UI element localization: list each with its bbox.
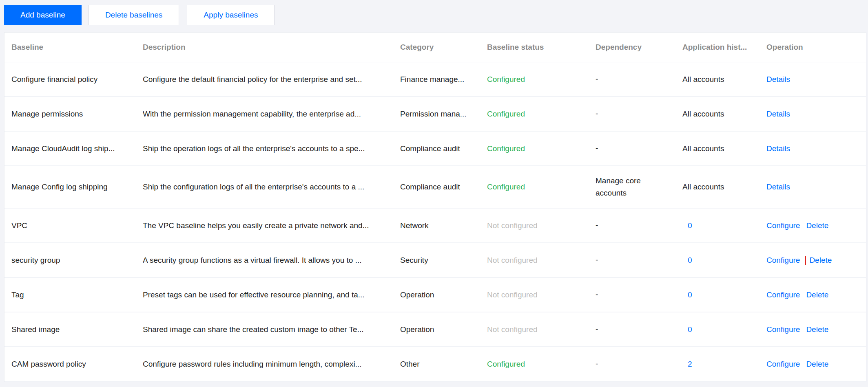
dependency-value: - — [596, 142, 598, 154]
apply-baselines-button[interactable]: Apply baselines — [187, 5, 275, 25]
dependency-value: - — [596, 254, 598, 266]
status-badge: Configured — [487, 110, 525, 118]
baseline-description: Shared image can share the created custo… — [143, 325, 400, 334]
status-badge: Configured — [487, 144, 525, 153]
baseline-name: security group — [11, 256, 143, 265]
delete-link[interactable]: Delete — [806, 360, 828, 368]
application-history-value: All accounts — [682, 110, 724, 118]
application-history-cell: 0 — [682, 221, 766, 230]
baseline-description: Configure the default financial policy f… — [143, 75, 400, 84]
baseline-name: Manage CloudAudit log ship... — [11, 144, 143, 153]
application-history-link[interactable]: 0 — [688, 290, 692, 299]
application-history-link[interactable]: 0 — [688, 325, 692, 334]
baseline-category: Other — [400, 360, 487, 369]
baseline-name: Manage permissions — [11, 110, 143, 119]
dependency-value: - — [596, 323, 598, 335]
configure-link[interactable]: Configure — [766, 290, 800, 299]
details-link[interactable]: Details — [766, 183, 790, 191]
operation-cell: ConfigureDelete — [766, 360, 866, 369]
details-link[interactable]: Details — [766, 75, 790, 84]
dependency-value: Manage core accounts — [596, 175, 657, 200]
baseline-category: Security — [400, 256, 487, 265]
application-history-cell: 0 — [682, 325, 766, 334]
column-header-application-history: Application hist... — [682, 43, 766, 52]
application-history-cell: 0 — [682, 256, 766, 265]
application-history-link[interactable]: 0 — [688, 256, 692, 264]
application-history-link[interactable]: 0 — [688, 221, 692, 230]
delete-link[interactable]: Delete — [809, 256, 832, 264]
configure-link[interactable]: Configure — [766, 221, 800, 230]
baseline-description: The VPC baseline helps you easily create… — [143, 221, 400, 230]
dependency-value: - — [596, 108, 598, 120]
column-header-baseline-status: Baseline status — [487, 43, 596, 52]
baseline-description: Preset tags can be used for effective re… — [143, 290, 400, 299]
baseline-category: Finance manage... — [400, 75, 487, 84]
dependency-value: - — [596, 73, 598, 85]
operation-cell: ConfigureDelete — [766, 325, 866, 334]
baseline-name: CAM password policy — [11, 360, 143, 369]
application-history-value: All accounts — [682, 144, 724, 153]
application-history-cell: 0 — [682, 290, 766, 299]
baseline-name: Manage Config log shipping — [11, 183, 143, 191]
status-badge: Configured — [487, 75, 525, 84]
operation-cell: ConfigureDelete — [766, 256, 866, 265]
baseline-name: Tag — [11, 290, 143, 299]
table-row: VPC The VPC baseline helps you easily cr… — [4, 209, 866, 243]
application-history-cell: 2 — [682, 360, 766, 369]
status-badge: Not configured — [487, 325, 538, 334]
dependency-value: - — [596, 358, 598, 370]
delete-baselines-button[interactable]: Delete baselines — [89, 5, 179, 25]
baseline-description: Ship the operation logs of all the enter… — [143, 144, 400, 153]
details-link[interactable]: Details — [766, 110, 790, 118]
table-row: Tag Preset tags can be used for effectiv… — [4, 278, 866, 312]
operation-cell: Details — [766, 144, 866, 153]
add-baseline-button[interactable]: Add baseline — [4, 5, 82, 25]
column-header-baseline: Baseline — [11, 43, 143, 52]
baseline-table: Baseline Description Category Baseline s… — [4, 32, 866, 382]
operation-cell: ConfigureDelete — [766, 290, 866, 299]
baseline-category: Operation — [400, 290, 487, 299]
table-header-row: Baseline Description Category Baseline s… — [4, 33, 866, 62]
baseline-name: Configure financial policy — [11, 75, 143, 84]
status-badge: Not configured — [487, 256, 538, 264]
baseline-description: Configure password rules including minim… — [143, 360, 400, 369]
application-history-link[interactable]: 2 — [688, 360, 692, 368]
table-row: CAM password policy Configure password r… — [4, 347, 866, 382]
column-header-operation: Operation — [766, 43, 866, 52]
baseline-category: Permission mana... — [400, 110, 487, 119]
baseline-category: Compliance audit — [400, 183, 487, 191]
operation-cell: Details — [766, 183, 866, 191]
application-history-cell: All accounts — [682, 75, 766, 84]
baseline-category: Compliance audit — [400, 144, 487, 153]
delete-link[interactable]: Delete — [806, 290, 828, 299]
operation-cell: Details — [766, 75, 866, 84]
table-row: Configure financial policy Configure the… — [4, 62, 866, 97]
configure-link[interactable]: Configure — [766, 360, 800, 368]
baseline-description: A security group functions as a virtual … — [143, 256, 400, 265]
baseline-category: Network — [400, 221, 487, 230]
application-history-value: All accounts — [682, 183, 724, 191]
delete-link[interactable]: Delete — [806, 325, 828, 334]
status-badge: Not configured — [487, 290, 538, 299]
application-history-cell: All accounts — [682, 110, 766, 119]
table-row: Manage permissions With the permission m… — [4, 97, 866, 132]
annotation-highlight-box: Configure — [766, 256, 806, 265]
baseline-category: Operation — [400, 325, 487, 334]
toolbar: Add baseline Delete baselines Apply base… — [4, 5, 282, 25]
delete-link[interactable]: Delete — [806, 221, 828, 230]
table-row: Manage CloudAudit log ship... Ship the o… — [4, 132, 866, 166]
column-header-category: Category — [400, 43, 487, 52]
dependency-value: - — [596, 288, 598, 301]
status-badge: Not configured — [487, 221, 538, 230]
status-badge: Configured — [487, 360, 525, 368]
table-row: Manage Config log shipping Ship the conf… — [4, 166, 866, 209]
baseline-name: VPC — [11, 221, 143, 230]
column-header-description: Description — [143, 43, 400, 52]
configure-link[interactable]: Configure — [766, 256, 800, 264]
application-history-cell: All accounts — [682, 144, 766, 153]
table-row: security group A security group function… — [4, 243, 866, 278]
application-history-value: All accounts — [682, 75, 724, 84]
details-link[interactable]: Details — [766, 144, 790, 153]
configure-link[interactable]: Configure — [766, 325, 800, 334]
operation-cell: ConfigureDelete — [766, 221, 866, 230]
